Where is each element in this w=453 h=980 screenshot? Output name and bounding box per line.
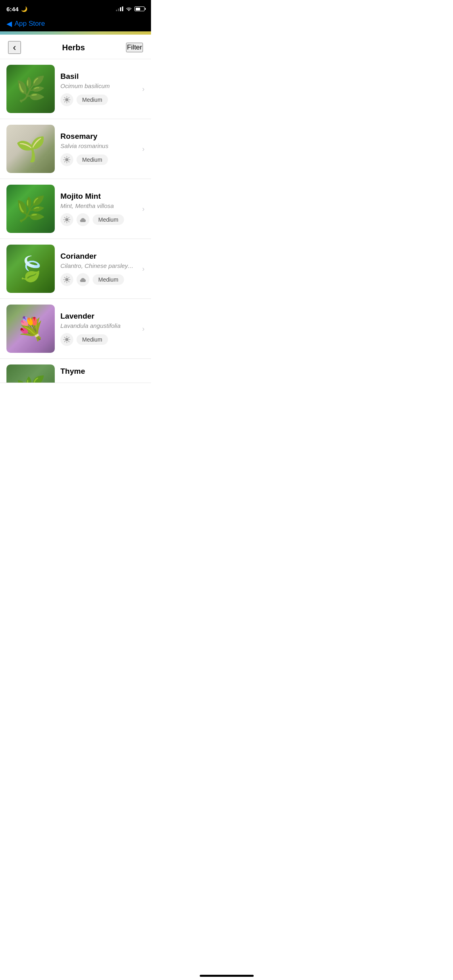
moon-icon: 🌙 <box>21 6 27 12</box>
plant-item-thyme[interactable]: ThymeMedium <box>0 359 151 383</box>
svg-line-5 <box>64 97 65 98</box>
plant-name-mojito-mint: Mojito Mint <box>60 192 135 201</box>
svg-line-8 <box>64 101 65 102</box>
plant-image-thyme <box>6 364 55 383</box>
plant-item-mojito-mint[interactable]: Mojito MintMint, Mentha villosaMedium› <box>0 179 151 239</box>
svg-line-15 <box>68 161 69 162</box>
plant-image-basil <box>6 65 55 113</box>
plant-info-basil: BasilOcimum basilicumMedium <box>60 72 135 106</box>
plant-name-thyme: Thyme <box>60 367 145 376</box>
nav-header: ‹ Herbs Filter <box>0 35 151 59</box>
plant-info-coriander: CorianderCilantro, Chinese parsley, Cori… <box>60 252 135 286</box>
sun-icon <box>60 213 73 226</box>
plant-item-coriander[interactable]: CorianderCilantro, Chinese parsley, Cori… <box>0 239 151 299</box>
svg-line-41 <box>64 337 65 338</box>
svg-line-44 <box>64 341 65 342</box>
plant-image-lavender <box>6 305 55 353</box>
plant-list: BasilOcimum basilicumMedium›RosemarySalv… <box>0 59 151 383</box>
svg-line-33 <box>68 281 69 282</box>
plant-difficulty-basil: Medium <box>77 95 108 105</box>
filter-button[interactable]: Filter <box>126 43 143 52</box>
plant-tags-lavender: Medium <box>60 333 135 346</box>
plant-name-basil: Basil <box>60 72 135 81</box>
svg-point-18 <box>65 218 68 221</box>
plant-tags-mojito-mint: Medium <box>60 213 135 226</box>
plant-tags-coriander: Medium <box>60 273 135 286</box>
svg-point-0 <box>65 98 68 101</box>
svg-line-17 <box>64 161 65 162</box>
plant-name-lavender: Lavender <box>60 312 135 321</box>
plant-list-container: BasilOcimum basilicumMedium›RosemarySalv… <box>0 59 151 383</box>
appstore-back-chevron: ◀ <box>6 19 12 28</box>
sun-icon <box>60 93 73 106</box>
sun-icon <box>60 273 73 286</box>
plant-tags-basil: Medium <box>60 93 135 106</box>
plant-name-rosemary: Rosemary <box>60 132 135 141</box>
status-left: 6:44 🌙 <box>6 6 27 12</box>
wifi-icon <box>126 6 132 12</box>
plant-image-mojito-mint <box>6 185 55 233</box>
chevron-right-icon: › <box>142 325 145 333</box>
plant-item-basil[interactable]: BasilOcimum basilicumMedium› <box>0 59 151 119</box>
svg-line-16 <box>68 157 69 158</box>
plant-info-thyme: ThymeMedium <box>60 367 145 377</box>
plant-item-lavender[interactable]: LavenderLavandula angustifoliaMedium› <box>0 299 151 359</box>
svg-line-43 <box>68 337 69 338</box>
back-chevron-icon: ‹ <box>13 43 16 52</box>
svg-line-42 <box>68 341 69 342</box>
appstore-back-label: App Store <box>14 20 45 28</box>
plant-scientific-mojito-mint: Mint, Mentha villosa <box>60 202 135 209</box>
chevron-right-icon: › <box>142 85 145 93</box>
svg-line-32 <box>64 277 65 278</box>
chevron-right-icon: › <box>142 265 145 273</box>
svg-line-25 <box>68 217 69 218</box>
plant-scientific-lavender: Lavandula angustifolia <box>60 322 135 329</box>
plant-name-coriander: Coriander <box>60 252 135 261</box>
plant-image-rosemary <box>6 125 55 173</box>
svg-line-23 <box>64 217 65 218</box>
sun-icon <box>60 153 73 166</box>
svg-line-7 <box>68 97 69 98</box>
plant-scientific-coriander: Cilantro, Chinese parsley, Corian... <box>60 262 135 269</box>
svg-point-27 <box>65 278 68 281</box>
plant-difficulty-mojito-mint: Medium <box>93 214 124 225</box>
status-bar: 6:44 🌙 <box>0 0 151 18</box>
plant-tags-rosemary: Medium <box>60 153 135 166</box>
cloud-icon <box>77 213 89 226</box>
status-time: 6:44 <box>6 6 19 12</box>
appstore-bar[interactable]: ◀ App Store <box>0 18 151 31</box>
chevron-right-icon: › <box>142 145 145 153</box>
gradient-banner <box>0 31 151 35</box>
signal-icon <box>116 6 123 11</box>
plant-scientific-rosemary: Salvia rosmarinus <box>60 142 135 149</box>
svg-point-9 <box>65 158 68 161</box>
svg-line-14 <box>64 157 65 158</box>
svg-line-26 <box>64 221 65 222</box>
svg-point-36 <box>65 338 68 341</box>
plant-difficulty-coriander: Medium <box>93 274 124 285</box>
sun-icon <box>60 333 73 346</box>
plant-difficulty-lavender: Medium <box>77 334 108 345</box>
plant-info-lavender: LavenderLavandula angustifoliaMedium <box>60 312 135 346</box>
status-right <box>116 6 145 12</box>
svg-line-24 <box>68 221 69 222</box>
cloud-icon <box>77 273 89 286</box>
svg-line-34 <box>68 277 69 278</box>
svg-line-35 <box>64 281 65 282</box>
plant-scientific-basil: Ocimum basilicum <box>60 82 135 89</box>
battery-icon <box>134 6 145 11</box>
plant-info-mojito-mint: Mojito MintMint, Mentha villosaMedium <box>60 192 135 226</box>
back-button[interactable]: ‹ <box>8 41 21 54</box>
plant-info-rosemary: RosemarySalvia rosmarinusMedium <box>60 132 135 166</box>
chevron-right-icon: › <box>142 205 145 213</box>
plant-item-rosemary[interactable]: RosemarySalvia rosmarinusMedium› <box>0 119 151 179</box>
svg-line-6 <box>68 101 69 102</box>
page-title: Herbs <box>62 43 85 52</box>
plant-difficulty-rosemary: Medium <box>77 154 108 165</box>
plant-image-coriander <box>6 245 55 293</box>
